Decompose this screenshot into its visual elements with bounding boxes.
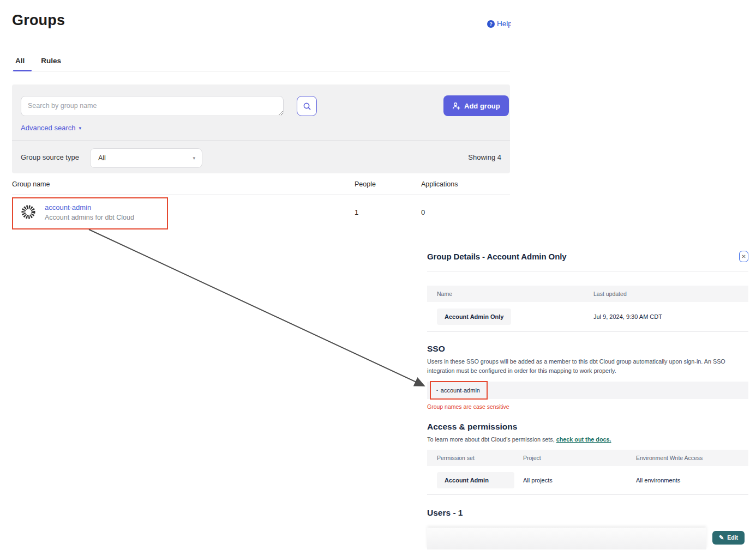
last-updated-value: Jul 9, 2024, 9:30 AM CDT (584, 313, 748, 320)
sso-heading: SSO (427, 344, 748, 354)
group-description: Account admins for dbt Cloud (45, 214, 134, 221)
name-table-header: Name Last updated (427, 286, 748, 302)
advanced-search-label: Advanced search (21, 124, 75, 132)
panel-header: Group Details - Account Admin Only ✕ (427, 252, 748, 271)
sso-group-tag: account-admin (441, 387, 480, 394)
col-name: Name (427, 291, 584, 297)
access-permissions-heading: Access & permissions (427, 422, 748, 432)
group-name-badge: Account Admin Only (437, 309, 511, 325)
group-details-panel: Group Details - Account Admin Only ✕ Nam… (427, 252, 748, 550)
highlight-box-sso-tag[interactable]: • account-admin (430, 381, 488, 400)
search-button[interactable] (297, 96, 317, 116)
add-user-icon (452, 102, 460, 110)
search-area: Advanced search ▾ Add group (12, 84, 510, 141)
add-group-button[interactable]: Add group (443, 95, 509, 116)
groups-table-header: Group name People Applications (12, 173, 510, 195)
people-count: 1 (355, 208, 421, 216)
col-permission-set: Permission set (427, 455, 513, 461)
help-link[interactable]: ? Help (487, 20, 511, 28)
tabs-divider (12, 71, 510, 71)
case-sensitive-warning: Group names are case sensitive (427, 403, 748, 410)
footer-bar (427, 528, 706, 549)
group-link[interactable]: account-admin (45, 203, 134, 211)
group-name-cell: account-admin Account admins for dbt Clo… (12, 203, 355, 221)
permissions-table-row: Account Admin All projects All environme… (427, 466, 748, 494)
col-last-updated: Last updated (584, 291, 748, 297)
help-label: Help (497, 20, 511, 28)
group-source-type-value: All (98, 154, 106, 162)
edit-label: Edit (727, 534, 738, 541)
col-applications: Applications (421, 180, 510, 188)
advanced-search-toggle[interactable]: Advanced search ▾ (21, 124, 81, 132)
access-description: To learn more about dbt Cloud's permissi… (427, 435, 742, 444)
panel-title: Group Details - Account Admin Only (427, 252, 567, 261)
panel-footer: ✎ Edit (427, 527, 748, 550)
sso-group-bar: • account-admin (427, 382, 748, 399)
search-input[interactable] (21, 96, 284, 116)
env-write-access-value: All environments (626, 477, 748, 483)
group-starburst-icon (21, 204, 36, 220)
groups-table: Group name People Applications account-a… (12, 173, 510, 229)
pencil-icon: ✎ (719, 534, 724, 541)
search-icon (303, 102, 311, 111)
chevron-down-icon: ▾ (193, 155, 195, 161)
groups-page: Groups ? Help All Rules Advanced search … (0, 0, 756, 550)
access-description-text: To learn more about dbt Cloud's permissi… (427, 436, 556, 443)
col-group-name: Group name (12, 180, 355, 188)
name-table: Name Last updated Account Admin Only Jul… (427, 286, 748, 332)
users-heading: Users - 1 (427, 508, 748, 518)
project-value: All projects (513, 477, 626, 483)
permission-set-badge: Account Admin (437, 472, 514, 488)
table-row[interactable]: account-admin Account admins for dbt Clo… (12, 195, 510, 229)
bullet-icon: • (436, 388, 438, 392)
tab-all[interactable]: All (15, 57, 25, 71)
docs-link[interactable]: check out the docs. (556, 436, 611, 443)
col-project: Project (513, 455, 626, 461)
group-source-type-row: Group source type All ▾ Showing 4 (12, 141, 510, 173)
sso-description: Users in these SSO groups will be added … (427, 357, 742, 376)
chevron-down-icon: ▾ (79, 125, 81, 131)
permissions-table: Permission set Project Environment Write… (427, 450, 748, 495)
page-title: Groups (12, 12, 65, 29)
add-group-label: Add group (464, 102, 500, 110)
close-icon[interactable]: ✕ (739, 251, 748, 262)
col-people: People (355, 180, 421, 188)
help-icon: ? (487, 20, 495, 28)
name-table-row: Account Admin Only Jul 9, 2024, 9:30 AM … (427, 302, 748, 331)
showing-count: Showing 4 (468, 153, 501, 161)
tab-rules[interactable]: Rules (41, 57, 61, 71)
applications-count: 0 (421, 208, 510, 216)
group-source-type-select[interactable]: All ▾ (90, 148, 202, 168)
active-tab-indicator (13, 70, 32, 71)
tab-bar: All Rules (15, 57, 61, 71)
permissions-table-header: Permission set Project Environment Write… (427, 450, 748, 466)
filter-card: Advanced search ▾ Add group Group source… (12, 84, 510, 173)
edit-button[interactable]: ✎ Edit (712, 531, 745, 545)
group-name-text: account-admin Account admins for dbt Clo… (45, 203, 134, 221)
group-source-type-label: Group source type (21, 153, 79, 161)
col-env-write-access: Environment Write Access (626, 455, 748, 461)
